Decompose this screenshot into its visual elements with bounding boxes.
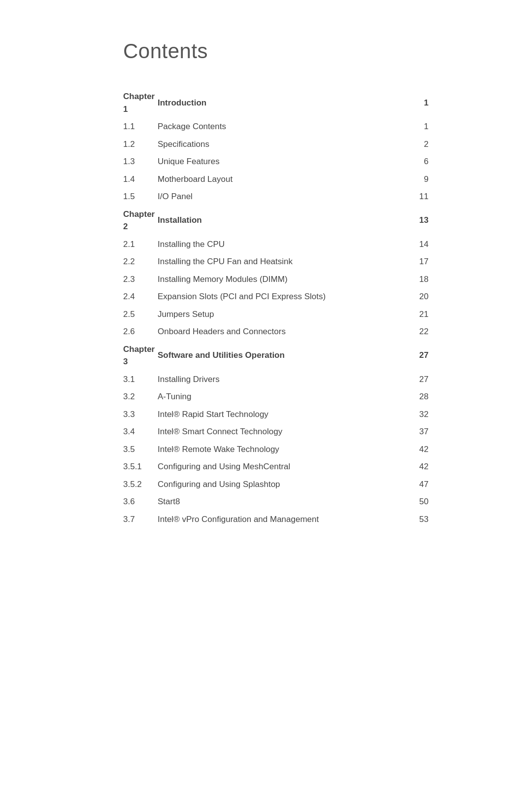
section-row: 1.1Package Contents1 [123, 118, 429, 136]
section-page: 9 [399, 171, 429, 188]
chapter-number: Chapter 3 [123, 341, 158, 371]
section-row: 1.2Specifications2 [123, 136, 429, 153]
section-page: 28 [399, 388, 429, 406]
chapter-number: Chapter 2 [123, 206, 158, 236]
chapter-row: Chapter 1Introduction1 [123, 88, 429, 118]
section-number: 1.1 [123, 118, 158, 136]
section-row: 2.1Installing the CPU14 [123, 236, 429, 253]
section-number: 3.7 [123, 511, 158, 528]
section-row: 3.5Intel® Remote Wake Technology42 [123, 441, 429, 458]
section-number: 1.4 [123, 171, 158, 188]
section-row: 3.1Installing Drivers27 [123, 371, 429, 388]
section-page: 14 [399, 236, 429, 253]
section-page: 42 [399, 458, 429, 476]
chapter-title: Software and Utilities Operation [158, 341, 399, 371]
section-row: 3.4Intel® Smart Connect Technology37 [123, 423, 429, 441]
section-title: Expansion Slots (PCI and PCI Express Slo… [158, 288, 399, 306]
chapter-row: Chapter 2Installation13 [123, 206, 429, 236]
section-number: 3.5 [123, 441, 158, 458]
section-title: Specifications [158, 136, 399, 153]
section-number: 3.5.2 [123, 476, 158, 493]
section-page: 27 [399, 371, 429, 388]
section-number: 3.5.1 [123, 458, 158, 476]
section-number: 2.4 [123, 288, 158, 306]
chapter-row: Chapter 3Software and Utilities Operatio… [123, 341, 429, 371]
section-row: 1.4Motherboard Layout9 [123, 171, 429, 188]
section-number: 1.3 [123, 153, 158, 171]
section-row: 1.3Unique Features6 [123, 153, 429, 171]
section-row: 3.7Intel® vPro Configuration and Managem… [123, 511, 429, 528]
section-row: 2.5Jumpers Setup21 [123, 306, 429, 323]
section-number: 3.2 [123, 388, 158, 406]
toc-table: Chapter 1Introduction11.1Package Content… [123, 88, 429, 528]
section-number: 2.5 [123, 306, 158, 323]
section-number: 3.3 [123, 406, 158, 423]
section-row: 2.3Installing Memory Modules (DIMM)18 [123, 271, 429, 288]
section-title: Installing the CPU [158, 236, 399, 253]
section-row: 2.6Onboard Headers and Connectors22 [123, 323, 429, 341]
chapter-page: 27 [399, 341, 429, 371]
section-row: 2.4Expansion Slots (PCI and PCI Express … [123, 288, 429, 306]
chapter-title: Installation [158, 206, 399, 236]
section-title: I/O Panel [158, 188, 399, 206]
section-page: 17 [399, 253, 429, 271]
section-number: 3.6 [123, 493, 158, 511]
section-row: 3.5.2Configuring and Using Splashtop47 [123, 476, 429, 493]
section-page: 22 [399, 323, 429, 341]
chapter-title: Introduction [158, 88, 399, 118]
section-page: 42 [399, 441, 429, 458]
section-title: Intel® Remote Wake Technology [158, 441, 399, 458]
section-title: A-Tuning [158, 388, 399, 406]
section-page: 1 [399, 118, 429, 136]
section-title: Package Contents [158, 118, 399, 136]
section-page: 47 [399, 476, 429, 493]
page-container: Contents Chapter 1Introduction11.1Packag… [74, 0, 458, 567]
section-title: Unique Features [158, 153, 399, 171]
section-row: 3.5.1Configuring and Using MeshCentral42 [123, 458, 429, 476]
section-row: 3.6Start850 [123, 493, 429, 511]
section-title: Intel® Rapid Start Technology [158, 406, 399, 423]
section-page: 2 [399, 136, 429, 153]
section-row: 3.2A-Tuning28 [123, 388, 429, 406]
section-title: Start8 [158, 493, 399, 511]
section-page: 18 [399, 271, 429, 288]
section-number: 3.4 [123, 423, 158, 441]
section-number: 2.1 [123, 236, 158, 253]
section-title: Installing Drivers [158, 371, 399, 388]
section-number: 2.2 [123, 253, 158, 271]
section-title: Installing the CPU Fan and Heatsink [158, 253, 399, 271]
section-title: Jumpers Setup [158, 306, 399, 323]
section-number: 2.6 [123, 323, 158, 341]
chapter-page: 13 [399, 206, 429, 236]
section-title: Configuring and Using Splashtop [158, 476, 399, 493]
section-row: 1.5I/O Panel11 [123, 188, 429, 206]
section-page: 37 [399, 423, 429, 441]
section-title: Intel® Smart Connect Technology [158, 423, 399, 441]
section-row: 3.3Intel® Rapid Start Technology32 [123, 406, 429, 423]
section-page: 32 [399, 406, 429, 423]
chapter-page: 1 [399, 88, 429, 118]
page-title: Contents [123, 39, 429, 63]
section-number: 2.3 [123, 271, 158, 288]
section-title: Onboard Headers and Connectors [158, 323, 399, 341]
section-page: 21 [399, 306, 429, 323]
section-number: 3.1 [123, 371, 158, 388]
section-title: Installing Memory Modules (DIMM) [158, 271, 399, 288]
section-page: 6 [399, 153, 429, 171]
section-page: 53 [399, 511, 429, 528]
section-title: Configuring and Using MeshCentral [158, 458, 399, 476]
section-page: 50 [399, 493, 429, 511]
section-row: 2.2Installing the CPU Fan and Heatsink17 [123, 253, 429, 271]
section-title: Motherboard Layout [158, 171, 399, 188]
chapter-number: Chapter 1 [123, 88, 158, 118]
section-page: 20 [399, 288, 429, 306]
section-title: Intel® vPro Configuration and Management [158, 511, 399, 528]
section-number: 1.5 [123, 188, 158, 206]
section-number: 1.2 [123, 136, 158, 153]
section-page: 11 [399, 188, 429, 206]
